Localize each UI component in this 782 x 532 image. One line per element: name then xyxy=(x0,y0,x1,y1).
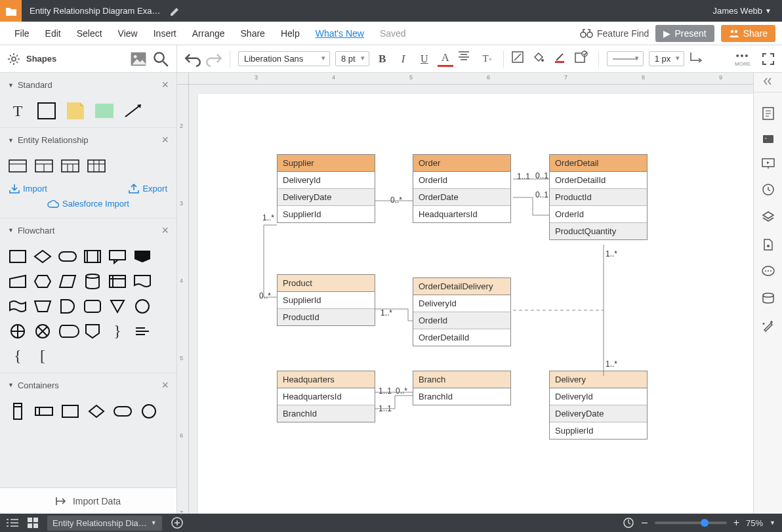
menu-whats-new[interactable]: What's New xyxy=(308,23,372,44)
data-panel-icon[interactable] xyxy=(762,292,775,305)
shape-er-2[interactable] xyxy=(35,157,52,174)
line-color-icon[interactable] xyxy=(554,51,569,67)
line-weight-select[interactable]: 1 px xyxy=(649,51,685,66)
fc-document[interactable] xyxy=(134,273,151,290)
entity-delivery[interactable]: Delivery DeliveryId DeliveryDate Supplie… xyxy=(549,371,648,440)
import-data-button[interactable]: Import Data xyxy=(0,487,176,514)
magic-panel-icon[interactable] xyxy=(762,319,775,333)
cont-5[interactable] xyxy=(114,403,131,420)
fc-brace-left[interactable]: { xyxy=(9,348,26,365)
chat-panel-icon[interactable] xyxy=(762,266,775,277)
fc-tape[interactable] xyxy=(9,298,26,315)
entity-order[interactable]: Order OrderId OrderDate HeadquartersId xyxy=(413,154,511,223)
fc-offpage2[interactable] xyxy=(84,323,101,340)
undo-icon[interactable] xyxy=(185,51,201,67)
panel-flowchart[interactable]: ▼Flowchart× xyxy=(0,218,176,243)
shape-er-1[interactable] xyxy=(9,157,26,174)
sync-icon[interactable] xyxy=(623,517,634,529)
menu-help[interactable]: Help xyxy=(273,23,308,44)
shape-note[interactable] xyxy=(67,102,84,119)
canvas-sheet[interactable]: 1..* 0..* 0..* 1..1 0..1 0..1 1..* 1..1 … xyxy=(198,94,753,514)
fc-display[interactable] xyxy=(59,323,76,340)
entity-orderdetail[interactable]: OrderDetail OrderDetailId ProductId Orde… xyxy=(549,154,648,240)
font-select[interactable]: Liberation Sans xyxy=(238,51,330,66)
zoom-value[interactable]: 75% xyxy=(746,518,763,528)
rename-icon[interactable] xyxy=(171,7,180,16)
fc-offpage[interactable] xyxy=(134,248,151,265)
menu-select[interactable]: Select xyxy=(69,23,110,44)
collapse-rail-icon[interactable] xyxy=(754,77,782,92)
outline-view-icon[interactable] xyxy=(7,518,18,527)
align-icon[interactable] xyxy=(459,51,474,67)
shape-text[interactable]: T xyxy=(9,102,26,119)
close-icon[interactable]: × xyxy=(161,133,169,147)
fc-sum[interactable] xyxy=(9,323,26,340)
menu-arrange[interactable]: Arrange xyxy=(184,23,233,44)
canvas-viewport[interactable]: 1..* 0..* 0..* 1..1 0..1 0..1 1..* 1..1 … xyxy=(189,85,753,514)
zoom-out-icon[interactable]: − xyxy=(641,516,648,530)
entity-product[interactable]: Product SupplierId ProductId xyxy=(277,274,375,326)
canvas-area[interactable]: 3 4 5 6 7 8 9 2 3 4 5 6 7 xyxy=(177,73,753,514)
entity-orderdetaildelivery[interactable]: OrderDetailDelivery DeliveryId OrderId O… xyxy=(413,277,511,346)
font-size-select[interactable]: 8 pt xyxy=(335,51,369,66)
close-icon[interactable]: × xyxy=(161,224,169,237)
fc-brace-right[interactable]: } xyxy=(109,323,126,340)
history-panel-icon[interactable] xyxy=(762,183,775,196)
present-panel-icon[interactable] xyxy=(762,158,775,169)
import-link[interactable]: Import xyxy=(9,184,47,194)
layers-panel-icon[interactable] xyxy=(762,211,775,224)
fc-predef[interactable] xyxy=(84,248,101,265)
fc-rounded[interactable] xyxy=(84,298,101,315)
export-link[interactable]: Export xyxy=(129,184,167,194)
image-icon[interactable] xyxy=(131,51,146,67)
fc-trapezoid[interactable] xyxy=(34,298,51,315)
cont-4[interactable] xyxy=(88,403,105,420)
cont-1[interactable] xyxy=(9,403,26,420)
close-icon[interactable]: × xyxy=(161,78,169,92)
fc-manual[interactable] xyxy=(9,273,26,290)
share-button[interactable]: Share xyxy=(721,25,775,42)
shape-er-3[interactable] xyxy=(62,157,79,174)
line-style-select[interactable] xyxy=(607,51,644,66)
fc-bracket[interactable]: [ xyxy=(34,348,51,365)
fc-internal[interactable] xyxy=(109,273,126,290)
page-panel-icon[interactable] xyxy=(763,238,773,251)
entity-branch[interactable]: Branch BranchId xyxy=(413,371,511,405)
shape-block[interactable] xyxy=(96,102,113,119)
fc-circle[interactable] xyxy=(134,298,151,315)
cont-6[interactable] xyxy=(140,403,157,420)
fc-triangle[interactable] xyxy=(109,298,126,315)
fc-hex[interactable] xyxy=(34,273,51,290)
italic-icon[interactable]: I xyxy=(396,51,411,67)
menu-view[interactable]: View xyxy=(110,23,146,44)
menu-edit[interactable]: Edit xyxy=(37,23,69,44)
fc-and[interactable] xyxy=(59,298,76,315)
add-page-icon[interactable] xyxy=(171,517,183,529)
salesforce-import-link[interactable]: Salesforce Import xyxy=(47,199,129,209)
shape-style-icon[interactable] xyxy=(575,51,590,67)
menu-file[interactable]: File xyxy=(7,23,37,44)
gear-icon[interactable] xyxy=(8,53,20,65)
grid-view-icon[interactable] xyxy=(28,518,38,528)
panel-containers[interactable]: ▼Containers× xyxy=(0,373,176,398)
feature-find[interactable]: Feature Find xyxy=(580,28,649,39)
fc-or[interactable] xyxy=(34,323,51,340)
text-color-icon[interactable]: A xyxy=(438,51,453,67)
clear-format-icon[interactable]: T× xyxy=(480,51,495,67)
present-button[interactable]: ▶Present xyxy=(655,25,714,42)
more-menu[interactable]: ••• MORE xyxy=(735,51,751,67)
entity-supplier[interactable]: Supplier DeliveryId DeliveryDate Supplie… xyxy=(277,154,375,223)
search-icon[interactable] xyxy=(153,51,169,67)
redo-icon[interactable] xyxy=(206,51,222,67)
fc-terminator[interactable] xyxy=(59,248,76,265)
shape-arrow[interactable] xyxy=(125,102,142,119)
panel-entity-relationship[interactable]: ▼Entity Relationship× xyxy=(0,127,176,152)
menu-share[interactable]: Share xyxy=(233,23,273,44)
fc-parallelogram[interactable] xyxy=(59,273,76,290)
fc-note2[interactable] xyxy=(134,323,151,340)
menu-insert[interactable]: Insert xyxy=(146,23,184,44)
bold-icon[interactable]: B xyxy=(375,51,390,67)
fullscreen-icon[interactable] xyxy=(762,53,774,65)
cont-3[interactable] xyxy=(62,403,79,420)
notes-panel-icon[interactable] xyxy=(762,107,774,120)
